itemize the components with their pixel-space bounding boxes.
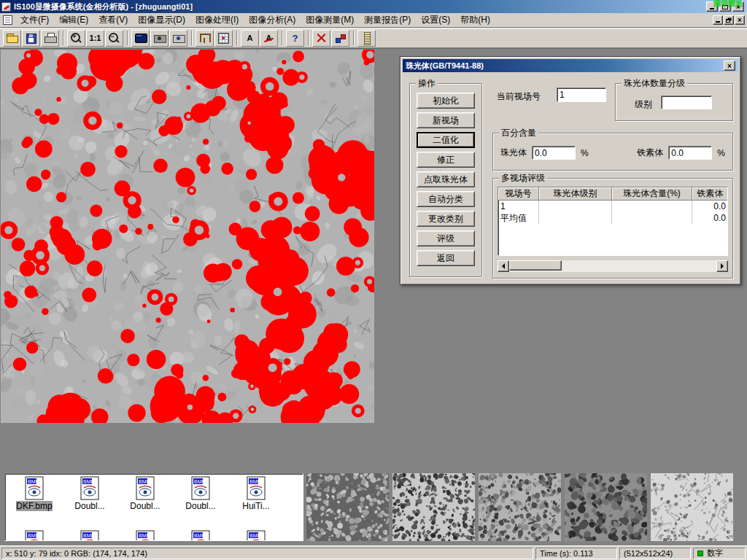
scrollbar-thumb[interactable] <box>509 260 562 271</box>
operation-button-6[interactable]: 自动分类 <box>417 191 475 207</box>
zoom-out-button[interactable]: − <box>105 30 123 47</box>
mdi-restore-button[interactable] <box>724 15 734 25</box>
maximize-button[interactable] <box>719 1 731 12</box>
mdi-close-button[interactable]: × <box>735 15 745 25</box>
multiview-table[interactable]: 视场号珠光体级别珠光体含量(%)铁素体10.0平均值0.0 <box>498 187 728 256</box>
operation-button-4[interactable]: 修正 <box>417 152 475 168</box>
table-row[interactable]: 10.0 <box>498 201 727 212</box>
percent-field-label-2: 铁素体 <box>637 147 663 159</box>
column-header-3[interactable]: 珠光体含量(%) <box>612 187 692 201</box>
current-view-input[interactable] <box>557 88 606 102</box>
menu-item-3[interactable]: 查看(V) <box>93 12 133 28</box>
ruler-tool-button[interactable] <box>357 30 376 47</box>
menu-item-2[interactable]: 编辑(E) <box>54 12 93 28</box>
bmp-file-icon: BMP <box>229 476 283 501</box>
toolbar-separator <box>353 31 355 45</box>
file-item[interactable]: BMP <box>63 530 117 541</box>
scrollbar-track[interactable] <box>509 260 716 272</box>
file-item[interactable]: BMP <box>174 530 228 541</box>
file-item[interactable]: BMP <box>229 530 283 541</box>
operation-buttons: 初始化新视场二值化修正点取珠光体自动分类更改类别评级返回 <box>410 84 481 266</box>
menu-item-6[interactable]: 图像分析(A) <box>244 12 301 28</box>
toolbar: +1:1−AA? <box>0 28 747 48</box>
close-button[interactable]: × <box>732 1 744 12</box>
file-item[interactable]: BMP <box>118 530 172 541</box>
open-button[interactable] <box>3 30 21 47</box>
thumbnail-image-3[interactable] <box>479 473 561 541</box>
application-window: IS100显微摄像系统(金相分析版) - [zhuguangti01] × 清华… <box>0 0 747 560</box>
menu-item-1[interactable]: 文件(F) <box>15 12 54 28</box>
toolbar-separator <box>236 31 238 45</box>
operation-button-3[interactable]: 二值化 <box>417 132 475 148</box>
window-title: IS100显微摄像系统(金相分析版) - [zhuguangti01] <box>14 1 193 12</box>
column-header-1[interactable]: 视场号 <box>498 187 539 201</box>
file-item[interactable]: BMPHuiTi... <box>229 476 283 511</box>
metallographic-image[interactable] <box>1 50 374 423</box>
measure-caliper-button[interactable] <box>196 30 214 47</box>
menu-item-7[interactable]: 图像测量(M) <box>301 12 359 28</box>
app-icon <box>1 2 11 12</box>
live-image-button[interactable] <box>131 30 150 47</box>
marker-tool-button[interactable] <box>331 30 349 47</box>
thumbnail-image-5[interactable] <box>651 473 733 541</box>
operation-button-2[interactable]: 新视场 <box>417 112 475 128</box>
thumbnail-image-2[interactable] <box>392 473 475 541</box>
thumbnail-image-1[interactable] <box>306 473 389 541</box>
file-item[interactable]: BMP <box>7 530 61 541</box>
table-horizontal-scrollbar[interactable] <box>498 260 728 272</box>
operation-button-7[interactable]: 更改类别 <box>417 211 475 227</box>
toolbar-separator <box>282 31 283 45</box>
actual-size-button[interactable]: 1:1 <box>86 30 104 47</box>
help-button[interactable]: ? <box>286 30 304 47</box>
svg-text:BMP: BMP <box>83 479 95 484</box>
text-annotation-button[interactable]: A <box>241 30 259 47</box>
percent-field-input-1[interactable] <box>532 146 576 160</box>
video-setup-button[interactable] <box>169 30 187 47</box>
menu-item-8[interactable]: 测量报告(P) <box>359 12 416 28</box>
menu-item-10[interactable]: 帮助(H) <box>455 12 495 28</box>
thumbnail-strip <box>306 473 733 541</box>
file-item[interactable]: BMPDoubl... <box>63 476 117 511</box>
dialog-title-bar[interactable]: 珠光体(GB/T9441-88) × <box>403 59 738 72</box>
thumbnail-image-4[interactable] <box>565 473 647 541</box>
table-cell: 0.0 <box>692 212 728 224</box>
table-cell <box>612 212 692 224</box>
document-icon[interactable] <box>3 15 12 25</box>
operation-group: 操作 初始化新视场二值化修正点取珠光体自动分类更改类别评级返回 <box>409 83 482 277</box>
column-header-4[interactable]: 铁素体 <box>692 187 728 201</box>
dialog-close-button[interactable]: × <box>724 61 735 71</box>
file-item[interactable]: BMPDKF.bmp <box>7 476 61 511</box>
menu-item-4[interactable]: 图像显示(D) <box>133 12 190 28</box>
cut-tool-button[interactable] <box>312 30 330 47</box>
video-setup-icon <box>172 32 185 44</box>
grade-input[interactable] <box>661 96 712 109</box>
file-item[interactable]: BMPDoubl... <box>118 476 172 511</box>
zoom-in-button[interactable]: + <box>67 30 85 47</box>
bmp-file-icon: BMP <box>7 476 61 501</box>
menu-item-9[interactable]: 设置(S) <box>416 12 455 28</box>
svg-text:BMP: BMP <box>249 479 261 484</box>
mdi-minimize-button[interactable] <box>713 15 723 25</box>
save-button[interactable] <box>22 30 40 47</box>
svg-text:BMP: BMP <box>249 533 261 538</box>
operation-group-label: 操作 <box>416 79 438 88</box>
table-row[interactable]: 平均值0.0 <box>498 212 727 224</box>
menu-items: 文件(F)编辑(E)查看(V)图像显示(D)图像处理(I)图像分析(A)图像测量… <box>15 12 495 28</box>
minimize-button[interactable] <box>706 1 718 12</box>
menu-item-5[interactable]: 图像处理(I) <box>190 12 244 28</box>
font-style-button[interactable]: A <box>260 30 278 47</box>
column-header-2[interactable]: 珠光体级别 <box>539 187 612 201</box>
operation-button-8[interactable]: 评级 <box>417 230 475 246</box>
file-item[interactable]: BMPDoubl... <box>174 476 228 511</box>
scroll-left-button[interactable] <box>498 260 509 272</box>
gallery-pane: BMPDKF.bmpBMPDoubl...BMPDoubl...BMPDoubl… <box>0 470 747 545</box>
percent-field-input-2[interactable] <box>668 146 712 160</box>
operation-button-9[interactable]: 返回 <box>417 250 475 266</box>
measure-grid-button[interactable] <box>214 30 233 47</box>
cut-tool-icon <box>315 32 328 44</box>
operation-button-5[interactable]: 点取珠光体 <box>417 171 475 187</box>
operation-button-1[interactable]: 初始化 <box>417 93 475 109</box>
print-button[interactable] <box>41 30 59 47</box>
scroll-right-button[interactable] <box>716 260 728 272</box>
capture-button[interactable] <box>150 30 169 47</box>
